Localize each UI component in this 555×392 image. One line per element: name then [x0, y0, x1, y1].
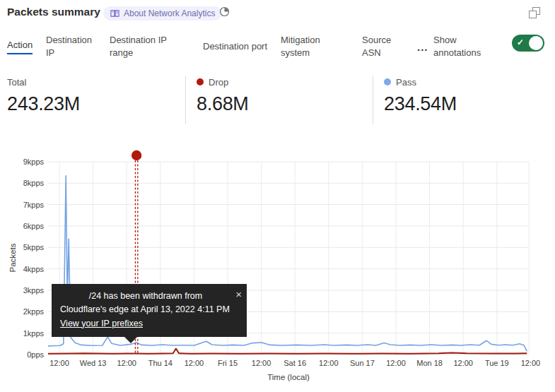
x-tick-label: Wed 13 [80, 359, 107, 367]
stat-label: Pass [396, 77, 416, 88]
tab-destination-ip-range[interactable]: Destination IP range [110, 33, 189, 60]
drop-line [48, 349, 527, 354]
stat-value: 8.68M [197, 93, 249, 115]
stat-total: Total243.23M [7, 76, 80, 115]
tab-mitigation-system[interactable]: Mitigation system [281, 33, 347, 60]
about-badge-label: About Network Analytics [124, 8, 215, 18]
x-tick-label: 12:00 [185, 359, 204, 367]
y-tick-label: 1kpps [23, 329, 45, 338]
x-tick-label: Mon 18 [416, 359, 443, 367]
x-tick-label: Thu 14 [148, 359, 173, 367]
x-tick-label: 12:00 [521, 359, 541, 367]
y-tick-label: 0pps [27, 350, 44, 359]
clock-icon [219, 6, 230, 20]
page-title: Packets summary [7, 6, 100, 18]
x-tick-label: 12:00 [453, 359, 473, 367]
y-tick-label: 8kpps [23, 179, 45, 187]
check-icon: ✓ [517, 37, 524, 47]
stat-divider [185, 76, 186, 124]
tab-destination-ip[interactable]: Destination IP [46, 33, 101, 60]
legend-dot [384, 78, 391, 85]
stat-label: Drop [209, 77, 228, 88]
x-tick-label: 12:00 [319, 359, 339, 367]
tab-label: Destination port [203, 40, 267, 53]
stat-pass: Pass234.54M [384, 76, 457, 115]
tab-destination-port[interactable]: Destination port [203, 33, 267, 60]
tab-label: Destination IP [46, 34, 101, 59]
packets-chart: 12:00Wed 1312:00Thu 1412:00Fri 1512:00Sa… [0, 148, 555, 392]
packets-summary-panel: Packets summary About Network Analytics … [0, 0, 555, 392]
tooltip-line2: Cloudflare's edge at April 13, 2022 4:11… [60, 303, 238, 316]
y-tick-label: 9kpps [23, 158, 45, 166]
y-axis-title: Packets [8, 215, 17, 300]
book-icon [110, 9, 119, 18]
tab-label: Action [7, 39, 33, 55]
popout-icon[interactable] [529, 7, 540, 18]
x-tick-label: Fri 15 [218, 359, 238, 367]
tab-label: Destination IP range [110, 34, 189, 59]
y-tick-label: 3kpps [23, 286, 45, 295]
tab-action[interactable]: Action [7, 33, 33, 60]
legend-dot [197, 78, 204, 85]
stat-value: 234.54M [384, 93, 457, 115]
tab-label: Source ASN [362, 34, 406, 59]
stat-label: Total [7, 77, 26, 88]
x-tick-label: 12:00 [386, 359, 406, 367]
x-tick-label: 12:00 [117, 359, 136, 367]
show-annotations-label: Show annotations [433, 33, 501, 60]
x-tick-label: 12:00 [252, 359, 271, 367]
tooltip-arrow [124, 337, 137, 343]
y-tick-label: 6kpps [23, 222, 45, 230]
x-tick-label: 12:00 [49, 359, 69, 367]
y-tick-label: 7kpps [23, 201, 45, 209]
annotation-marker[interactable] [132, 150, 141, 160]
stat-divider [373, 76, 373, 124]
stat-value: 243.23M [7, 93, 80, 115]
tab-label: Mitigation system [281, 34, 347, 59]
close-icon[interactable]: × [235, 286, 242, 302]
x-tick-label: Sat 16 [284, 359, 306, 367]
stat-drop: Drop8.68M [197, 76, 249, 115]
x-tick-label: Tue 19 [485, 359, 509, 367]
x-tick-label: Sun 17 [350, 359, 375, 367]
tooltip-line1: /24 has been withdrawn from [60, 290, 238, 303]
about-network-analytics-badge[interactable]: About Network Analytics [103, 6, 222, 20]
annotation-tooltip: × /24 has been withdrawn from Cloudflare… [52, 284, 247, 337]
x-axis-title: Time (local) [48, 373, 529, 381]
toggle-knob [529, 36, 543, 50]
view-ip-prefixes-link[interactable]: View your IP prefixes [60, 317, 143, 331]
y-tick-label: 4kpps [23, 265, 45, 273]
y-tick-label: 5kpps [23, 243, 45, 251]
more-tabs-button[interactable]: ... [417, 33, 428, 60]
y-tick-label: 2kpps [23, 307, 45, 316]
show-annotations-toggle[interactable]: ✓ [512, 35, 544, 52]
tab-source-asn[interactable]: Source ASN [362, 33, 406, 60]
